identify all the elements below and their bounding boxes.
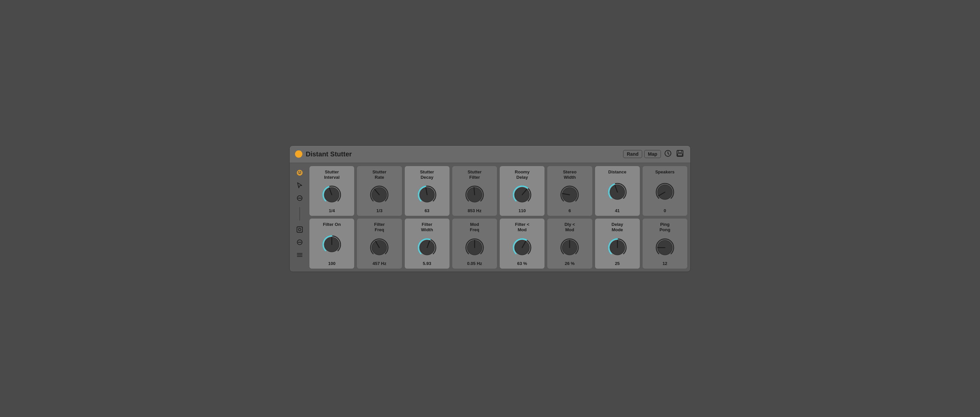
knob-cell-1-2[interactable]: Filter Width 5.93 [404,218,450,269]
knob-label: Distance [608,170,627,175]
knob-label: Delay Mode [611,222,623,233]
knob-row-1: Stutter Interval 1/4Stutter Rate 1/3Stut… [309,166,688,217]
knob-container[interactable] [510,183,534,207]
knob-value: 26 % [565,261,575,266]
knob-label: Roomy Delay [515,170,530,181]
snapshot-btn[interactable] [295,225,305,235]
knob-value: 853 Hz [468,208,481,213]
knob-container[interactable] [653,178,677,207]
knob-value: 63 % [517,261,527,266]
knob-cell-1-7[interactable]: Ping Pong 12 [642,218,688,269]
minus-btn[interactable] [295,193,305,203]
knob-cell-1-3[interactable]: Mod Freq 0.05 Hz [452,218,497,269]
knob-cell-0-7[interactable]: Speakers 0 [642,166,688,217]
knob-label: Ping Pong [660,222,671,233]
svg-rect-3 [678,154,682,156]
knob-label: Stutter Rate [372,170,386,181]
knob-cell-0-2[interactable]: Stutter Decay 63 [404,166,450,217]
knob-container[interactable] [367,236,391,260]
refresh-icon-button[interactable] [663,149,673,159]
knob-container[interactable] [558,236,582,260]
knob-container[interactable] [653,236,677,260]
knob-container[interactable] [510,236,534,260]
knob-container[interactable] [463,183,487,207]
plugin-window: Distant Stutter Rand Map [289,145,691,272]
knob-value: 1/4 [329,208,335,213]
knob-container[interactable] [605,236,630,260]
knob-container[interactable] [463,236,487,260]
sidebar [292,166,307,269]
knob-value: 0.05 Hz [467,261,482,266]
knob-cell-0-5[interactable]: Stereo Width 6 [547,166,592,217]
cursor-btn[interactable] [295,181,305,190]
knob-value: 25 [615,261,619,266]
knob-label: Stutter Filter [468,170,482,181]
knob-container[interactable] [605,178,630,207]
title-left: Distant Stutter [295,151,352,158]
title-bar: Distant Stutter Rand Map [290,146,690,163]
knob-value: 6 [569,208,571,213]
knob-cell-1-1[interactable]: Filter Freq 457 Hz [356,218,402,269]
sidebar-divider [299,207,300,220]
knob-cell-1-4[interactable]: Filter < Mod 63 % [500,218,545,269]
knob-label: Filter Freq [374,222,385,233]
knob-container[interactable] [558,183,582,207]
main-content: Stutter Interval 1/4Stutter Rate 1/3Stut… [290,163,690,272]
knob-label: Filter < Mod [515,222,530,233]
knob-label: Stutter Decay [420,170,434,181]
knob-cell-0-4[interactable]: Roomy Delay 110 [500,166,545,217]
knob-cell-1-6[interactable]: Delay Mode 25 [595,218,640,269]
knob-cell-0-3[interactable]: Stutter Filter 853 Hz [452,166,497,217]
knob-cell-0-0[interactable]: Stutter Interval 1/4 [309,166,355,217]
knob-row-2: Filter On 100Filter Freq 457 HzFilter Wi… [309,218,688,269]
knob-label: Mod Freq [470,222,479,233]
knob-value: 1/3 [376,208,382,213]
knob-value: 100 [328,261,336,266]
save-icon-button[interactable] [675,149,685,159]
knob-value: 5.93 [423,261,431,266]
knob-value: 110 [519,208,526,213]
record-btn[interactable] [295,237,305,247]
knob-label: Filter On [323,222,340,227]
knob-container[interactable] [320,183,344,207]
knob-cell-1-0[interactable]: Filter On 100 [309,218,355,269]
svg-point-8 [298,228,301,231]
knob-cell-1-5[interactable]: Dly < Mod 26 % [547,218,592,269]
knob-container[interactable] [415,183,439,207]
title-right: Rand Map [623,149,685,159]
svg-rect-2 [678,151,682,153]
knob-label: Stereo Width [563,170,576,181]
knob-cell-0-1[interactable]: Stutter Rate 1/3 [356,166,402,217]
knob-label: Filter Width [421,222,433,233]
rand-button[interactable]: Rand [623,150,642,158]
list-btn[interactable] [295,250,305,260]
knobs-area: Stutter Interval 1/4Stutter Rate 1/3Stut… [309,166,688,269]
svg-rect-7 [297,227,303,232]
plugin-title: Distant Stutter [306,151,352,158]
knob-label: Dly < Mod [565,222,575,233]
knob-container[interactable] [320,230,344,259]
knob-value: 457 Hz [372,261,386,266]
knob-value: 0 [663,208,666,213]
knob-value: 12 [663,261,667,266]
knob-cell-0-6[interactable]: Distance 41 [595,166,640,217]
knob-label: Stutter Interval [324,170,339,181]
knob-label: Speakers [655,170,675,175]
knob-container[interactable] [415,236,439,260]
map-button[interactable]: Map [644,150,661,158]
power-indicator [295,151,302,158]
knob-container[interactable] [367,183,391,207]
knob-value: 63 [425,208,429,213]
knob-value: 41 [615,208,619,213]
power-btn[interactable] [295,168,305,178]
